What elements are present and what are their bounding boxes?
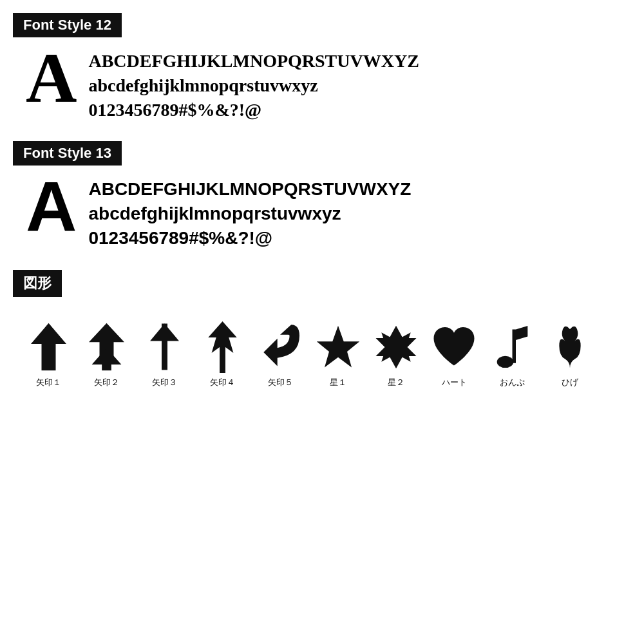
star1-icon (316, 321, 361, 373)
font-style-12-label: Font Style 12 (13, 13, 122, 37)
shape-item-arrow5: 矢印５ (251, 321, 309, 388)
font-12-char-lines: ABCDEFGHIJKLMNOPQRSTUVWXYZ abcdefghijklm… (88, 49, 419, 122)
font-12-lowercase: abcdefghijklmnopqrstuvwxyz (88, 73, 419, 98)
svg-marker-2 (91, 348, 121, 371)
arrow1-label: 矢印１ (36, 377, 61, 388)
svg-marker-5 (208, 321, 236, 373)
font-13-big-letter: A (26, 171, 77, 242)
shapes-grid: 矢印１ 矢印２ 矢印３ (13, 308, 631, 388)
font-12-big-letter: A (26, 43, 77, 113)
heart-icon (431, 321, 477, 373)
shape-item-arrow4: 矢印４ (193, 321, 251, 388)
font-style-12-section: Font Style 12 A ABCDEFGHIJKLMNOPQRSTUVWX… (13, 13, 631, 122)
font-style-13-label: Font Style 13 (13, 141, 122, 166)
svg-marker-4 (150, 324, 179, 341)
star2-icon (374, 321, 419, 373)
arrow4-label: 矢印４ (210, 377, 235, 388)
font-style-13-section: Font Style 13 A ABCDEFGHIJKLMNOPQRSTUVWX… (13, 141, 631, 250)
font-13-numbers: 0123456789#$%&?!@ (88, 226, 411, 251)
mustache-icon (547, 321, 592, 373)
arrow3-icon (142, 321, 187, 373)
arrow5-icon (258, 321, 303, 373)
arrow4-icon (200, 321, 245, 373)
mustache-label: ひげ (562, 377, 578, 388)
font-style-12-demo: A ABCDEFGHIJKLMNOPQRSTUVWXYZ abcdefghijk… (13, 49, 631, 122)
arrow1-icon (26, 321, 71, 373)
font-12-uppercase: ABCDEFGHIJKLMNOPQRSTUVWXYZ (88, 49, 419, 73)
star1-label: 星１ (330, 377, 346, 388)
svg-marker-6 (317, 326, 360, 368)
font-13-lowercase: abcdefghijklmnopqrstuvwxyz (88, 202, 411, 226)
font-13-uppercase: ABCDEFGHIJKLMNOPQRSTUVWXYZ (88, 177, 411, 202)
heart-label: ハート (442, 377, 467, 388)
shape-item-arrow3: 矢印３ (135, 321, 193, 388)
shape-item-arrow1: 矢印１ (19, 321, 77, 388)
svg-point-9 (497, 356, 513, 368)
shapes-section: 図形 矢印１ 矢印２ (13, 270, 631, 388)
font-13-char-lines: ABCDEFGHIJKLMNOPQRSTUVWXYZ abcdefghijklm… (88, 177, 411, 250)
font-12-numbers: 0123456789#$%&?!@ (88, 98, 419, 122)
shape-item-heart: ハート (425, 321, 483, 388)
shape-item-star1: 星１ (309, 321, 367, 388)
shape-item-mustache: ひげ (541, 321, 599, 388)
shape-item-note: おんぷ (483, 321, 541, 388)
svg-marker-0 (31, 323, 66, 370)
shape-item-arrow2: 矢印２ (77, 321, 135, 388)
svg-marker-11 (516, 326, 527, 340)
font-style-13-demo: A ABCDEFGHIJKLMNOPQRSTUVWXYZ abcdefghijk… (13, 177, 631, 250)
svg-rect-10 (512, 329, 516, 363)
shape-item-star2: 星２ (367, 321, 425, 388)
arrow3-label: 矢印３ (152, 377, 177, 388)
shapes-label: 図形 (13, 270, 62, 297)
star2-label: 星２ (388, 377, 404, 388)
arrow2-icon (84, 321, 129, 373)
arrow2-label: 矢印２ (94, 377, 119, 388)
note-label: おんぷ (500, 377, 525, 388)
note-icon (489, 321, 535, 373)
arrow5-label: 矢印５ (268, 377, 293, 388)
